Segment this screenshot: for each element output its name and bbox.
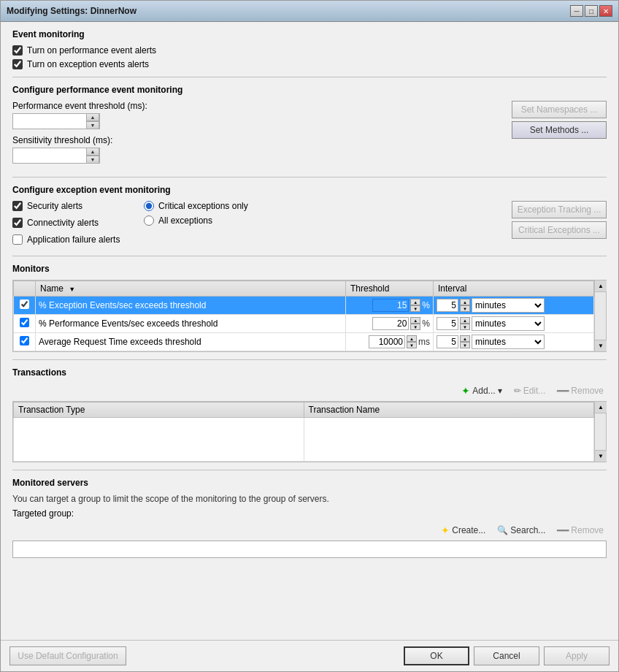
sensitivity-up[interactable]: ▲	[86, 148, 99, 156]
perf-alerts-row: Turn on performance event alerts	[12, 45, 607, 56]
row2-interval-input[interactable]	[437, 317, 458, 330]
row3-name-cell: Average Request Time exceeds threshold	[36, 333, 346, 351]
perf-threshold-spinner: 15000 ▲ ▼	[12, 113, 100, 129]
row3-interval-input[interactable]	[437, 335, 458, 348]
search-server-label: Search...	[510, 525, 545, 535]
set-namespaces-button[interactable]: Set Namespaces ...	[512, 101, 607, 118]
sensitivity-down[interactable]: ▼	[86, 156, 99, 164]
row3-interval-spin: ▲ ▼	[460, 335, 470, 348]
row2-interval-up[interactable]: ▲	[460, 317, 470, 324]
trans-scroll-up[interactable]: ▲	[595, 402, 607, 413]
row1-interval-select[interactable]: minutes hours seconds	[472, 298, 545, 313]
perf-threshold-up[interactable]: ▲	[86, 113, 99, 121]
exception-section-layout: Security alerts Connectivity alerts Appl…	[12, 201, 607, 248]
transactions-scrollbar[interactable]: ▲ ▼	[594, 402, 606, 462]
security-alerts-checkbox[interactable]	[12, 201, 23, 211]
row2-checkbox[interactable]	[20, 318, 29, 327]
row1-spin-btns: ▲ ▼	[410, 299, 420, 312]
transactions-table: Transaction Type Transaction Name	[13, 402, 594, 462]
row2-threshold-up[interactable]: ▲	[410, 317, 420, 324]
perf-threshold-input[interactable]: 15000	[13, 114, 86, 129]
sensitivity-spinner: 100 ▲ ▼	[12, 148, 100, 164]
all-exceptions-row: All exceptions	[144, 215, 275, 226]
monitors-scrollbar[interactable]: ▲ ▼	[594, 280, 606, 351]
set-methods-button[interactable]: Set Methods ...	[512, 121, 607, 139]
edit-transaction-button[interactable]: ✏ Edit...	[511, 384, 549, 397]
row2-interval-down[interactable]: ▼	[460, 324, 470, 330]
row2-threshold-down[interactable]: ▼	[410, 324, 420, 330]
separator-4	[12, 359, 607, 360]
remove-server-button[interactable]: ━━ Remove	[554, 523, 607, 538]
configure-performance-title: Configure performance event monitoring	[12, 85, 607, 95]
critical-only-radio[interactable]	[144, 201, 154, 211]
remove-server-label: Remove	[571, 525, 604, 535]
row1-checkbox[interactable]	[20, 299, 29, 309]
row2-interval-spin: ▲ ▼	[460, 317, 470, 330]
transactions-table-outer: Transaction Type Transaction Name	[12, 401, 607, 462]
row1-threshold-down[interactable]: ▼	[410, 305, 420, 312]
connectivity-alerts-label: Connectivity alerts	[27, 218, 99, 228]
app-failure-checkbox[interactable]	[12, 234, 23, 245]
targeted-group-row: Targeted group:	[12, 508, 607, 519]
ok-button[interactable]: OK	[404, 646, 469, 665]
row1-threshold-input[interactable]	[372, 299, 409, 312]
row1-interval-input[interactable]	[437, 299, 458, 312]
remove-transaction-label: Remove	[571, 386, 604, 396]
perf-section-layout: Performance event threshold (ms): 15000 …	[12, 101, 607, 169]
targeted-group-input-row	[12, 541, 607, 558]
transactions-title: Transactions	[12, 367, 607, 378]
apply-button[interactable]: Apply	[544, 646, 610, 665]
monitors-th-check	[14, 281, 36, 297]
trans-empty-cell-2	[304, 418, 594, 462]
row2-threshold-input[interactable]	[372, 317, 409, 330]
cancel-button[interactable]: Cancel	[474, 646, 539, 665]
search-server-button[interactable]: 🔍 Search...	[494, 524, 548, 537]
perf-alerts-checkbox[interactable]	[12, 45, 23, 56]
use-default-button[interactable]: Use Default Configuration	[9, 646, 126, 665]
sensitivity-input[interactable]: 100	[13, 148, 86, 163]
scroll-down-arrow[interactable]: ▼	[595, 340, 607, 351]
perf-threshold-label: Performance event threshold (ms):	[12, 101, 504, 111]
table-row: % Performance Events/sec exceeds thresho…	[14, 315, 594, 333]
row3-interval-select[interactable]: minutes hours seconds	[472, 335, 545, 349]
close-button[interactable]: ✕	[599, 5, 612, 17]
search-icon: 🔍	[497, 525, 508, 535]
row3-interval-up[interactable]: ▲	[460, 335, 470, 342]
create-server-button[interactable]: ✦ Create...	[438, 523, 488, 538]
monitors-section: Monitors Name ▼ Threshold	[12, 264, 607, 352]
row1-interval-down[interactable]: ▼	[460, 305, 470, 312]
targeted-group-label: Targeted group:	[12, 508, 74, 519]
row3-interval-down[interactable]: ▼	[460, 342, 470, 348]
exception-tracking-button[interactable]: Exception Tracking ...	[512, 201, 607, 218]
targeted-group-input[interactable]	[13, 541, 606, 557]
all-exceptions-radio[interactable]	[144, 215, 154, 226]
connectivity-alerts-checkbox[interactable]	[12, 218, 23, 228]
scroll-up-arrow[interactable]: ▲	[595, 280, 607, 292]
critical-exceptions-button[interactable]: Critical Exceptions ...	[512, 221, 607, 239]
row3-threshold-input[interactable]	[369, 335, 405, 348]
add-transaction-button[interactable]: ✦ Add... ▾	[458, 383, 504, 398]
configure-exception-section: Configure exception event monitoring Sec…	[12, 185, 607, 248]
row1-name-cell: % Exception Events/sec exceeds threshold	[36, 297, 346, 315]
row2-unit: %	[422, 318, 430, 329]
exception-alerts-checkbox[interactable]	[12, 59, 23, 69]
remove-transaction-button[interactable]: ━━ Remove	[554, 383, 607, 398]
minimize-button[interactable]: ─	[570, 5, 583, 17]
add-transaction-label: Add...	[472, 386, 495, 396]
row2-interval-select[interactable]: minutes hours seconds	[472, 316, 545, 331]
row3-threshold-inner: ▲ ▼ ms	[349, 335, 430, 348]
monitors-th-name-label: Name	[40, 283, 64, 294]
trans-scroll-down[interactable]: ▼	[595, 450, 607, 462]
row2-spin-btns: ▲ ▼	[410, 317, 420, 330]
row1-threshold-up[interactable]: ▲	[410, 299, 420, 305]
perf-threshold-down[interactable]: ▼	[86, 121, 99, 129]
row3-threshold-up[interactable]: ▲	[407, 335, 417, 342]
row2-interval-cell: ▲ ▼ minutes hours seconds	[434, 315, 594, 333]
scroll-thumb	[595, 292, 606, 340]
row3-checkbox[interactable]	[20, 336, 29, 345]
row3-threshold-down[interactable]: ▼	[407, 342, 417, 348]
row1-interval-up[interactable]: ▲	[460, 299, 470, 305]
perf-threshold-row: 15000 ▲ ▼	[12, 113, 504, 129]
sensitivity-row: 100 ▲ ▼	[12, 148, 504, 164]
maximize-button[interactable]: □	[585, 5, 598, 17]
